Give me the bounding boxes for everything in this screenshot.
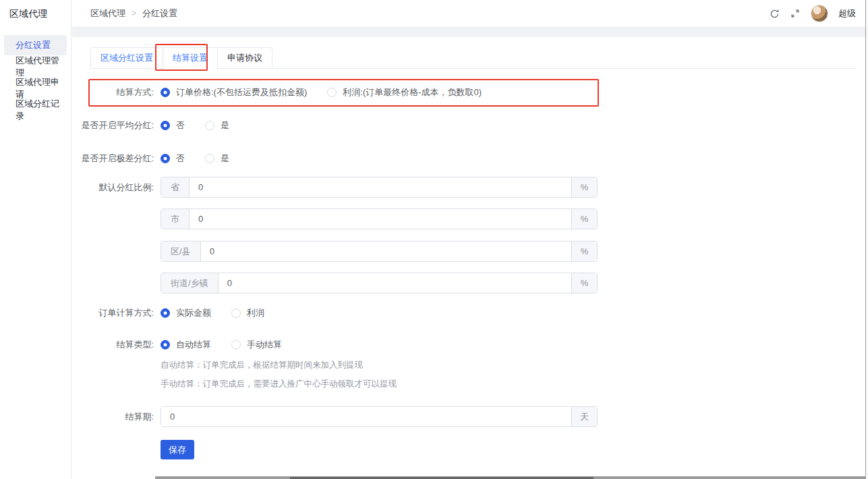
content-background-strip — [72, 28, 865, 37]
settle-type-radio-group: 自动结算 手动结算 — [161, 339, 302, 351]
form-row-ratio-district: 区/县 % — [72, 241, 814, 262]
sidebar-item-dividend-settings[interactable]: 分红设置 — [4, 35, 67, 55]
radio-label: 是 — [221, 119, 229, 132]
radio-profit[interactable]: 利润:(订单最终价格-成本，负数取0) — [327, 86, 482, 98]
form-row-ratio-province: 默认分红比例: 省 % — [72, 177, 814, 198]
radio-dot — [161, 121, 170, 130]
form-row-order-calc: 订单计算方式: 实际金额 利润 — [72, 303, 814, 323]
radio-range-yes[interactable]: 是 — [205, 152, 229, 165]
radio-dot — [205, 121, 214, 130]
sidebar: 区域代理 分红设置 区域代理管理 区域代理申请 区域分红记录 — [0, 0, 71, 479]
radio-label: 订单价格:(不包括运费及抵扣金额) — [176, 86, 307, 98]
settlement-method-radio-group: 订单价格:(不包括运费及抵扣金额) 利润:(订单最终价格-成本，负数取0) — [161, 86, 502, 98]
radio-dot — [205, 154, 214, 163]
range-dividend-label: 是否开启极差分红: — [72, 152, 154, 165]
order-calc-radio-group: 实际金额 利润 — [161, 307, 285, 319]
radio-dot — [161, 154, 170, 163]
form-row-average-dividend: 是否开启平均分红: 否 是 — [72, 115, 814, 136]
ratio-prepend-district: 区/县 — [161, 242, 201, 261]
page: 区域代理 分红设置 区域代理管理 区域代理申请 区域分红记录 区域代理 > 分红… — [0, 0, 868, 479]
ratio-input-province[interactable] — [190, 177, 571, 197]
ratio-prepend-street: 街道/乡镇 — [161, 273, 219, 293]
auto-settle-helper-text: 自动结算：订单完成后，根据结算期时间来加入到提现 — [161, 360, 363, 371]
form-row-ratio-city: 市 % — [72, 208, 814, 229]
refresh-icon[interactable] — [769, 8, 780, 19]
radio-label: 利润:(订单最终价格-成本，负数取0) — [343, 86, 482, 98]
average-dividend-radio-group: 否 是 — [161, 119, 250, 132]
settings-card: 区域分红设置 结算设置 申请协议 结算方式: 订单价格:(不包括运费及抵扣金额)… — [72, 37, 865, 476]
tab-settlement-settings[interactable]: 结算设置 — [163, 48, 217, 68]
ratio-input-group-street: 街道/乡镇 % — [161, 273, 598, 293]
radio-label: 否 — [176, 119, 185, 132]
ratio-append-percent: % — [571, 177, 597, 197]
form-row-ratio-street: 街道/乡镇 % — [72, 273, 814, 293]
settle-period-append-day: 天 — [571, 407, 597, 426]
user-name[interactable]: 超级 — [838, 7, 856, 20]
radio-dot — [161, 340, 170, 349]
form-row-settle-type: 结算类型: 自动结算 手动结算 — [72, 335, 814, 355]
radio-dot — [161, 308, 170, 318]
topbar-actions: 超级 — [769, 0, 856, 27]
radio-average-no[interactable]: 否 — [161, 119, 185, 132]
topbar: 区域代理 > 分红设置 超级 — [72, 0, 865, 27]
radio-label: 手动结算 — [247, 339, 282, 351]
manual-settle-helper-text: 手动结算：订单完成后，需要进入推广中心手动领取才可以提现 — [161, 378, 397, 390]
ratio-input-group-district: 区/县 % — [161, 241, 598, 262]
radio-label: 是 — [221, 152, 229, 165]
ratio-input-city[interactable] — [190, 209, 571, 229]
form-row-settle-period: 结算期: 天 — [72, 406, 814, 427]
ratio-append-percent: % — [571, 209, 597, 229]
save-button[interactable]: 保存 — [161, 440, 194, 459]
settle-period-input[interactable] — [161, 407, 571, 426]
settle-period-label: 结算期: — [72, 411, 154, 423]
radio-calc-profit[interactable]: 利润 — [231, 307, 264, 319]
sidebar-item-agent-management[interactable]: 区域代理管理 — [4, 57, 67, 77]
settle-type-label: 结算类型: — [72, 339, 154, 351]
radio-average-yes[interactable]: 是 — [205, 119, 229, 132]
radio-label: 否 — [176, 152, 185, 165]
vertical-scrollbar[interactable] — [865, 0, 868, 479]
tabbar: 区域分红设置 结算设置 申请协议 — [90, 47, 857, 69]
ratio-input-group-province: 省 % — [161, 177, 598, 198]
radio-dot — [327, 88, 337, 97]
avatar[interactable] — [811, 5, 828, 22]
ratio-append-percent: % — [571, 273, 597, 293]
ratio-input-street[interactable] — [219, 273, 571, 293]
radio-order-price[interactable]: 订单价格:(不包括运费及抵扣金额) — [161, 86, 307, 98]
breadcrumb-item-root[interactable]: 区域代理 — [90, 7, 125, 20]
settle-period-input-group: 天 — [161, 406, 598, 427]
form-row-settlement-method: 结算方式: 订单价格:(不包括运费及抵扣金额) 利润:(订单最终价格-成本，负数… — [72, 82, 814, 103]
radio-dot — [161, 88, 170, 97]
sidebar-item-agent-application[interactable]: 区域代理申请 — [4, 78, 67, 98]
fullscreen-icon[interactable] — [790, 8, 801, 19]
average-dividend-label: 是否开启平均分红: — [72, 119, 154, 132]
radio-manual-settle[interactable]: 手动结算 — [231, 339, 282, 351]
radio-label: 实际金额 — [176, 307, 211, 319]
breadcrumb: 区域代理 > 分红设置 — [90, 7, 177, 20]
sidebar-nav: 分红设置 区域代理管理 区域代理申请 区域分红记录 — [0, 27, 71, 120]
order-calc-label: 订单计算方式: — [72, 307, 154, 319]
sidebar-item-dividend-records[interactable]: 区域分红记录 — [4, 100, 67, 120]
tab-application-agreement[interactable]: 申请协议 — [217, 48, 272, 68]
breadcrumb-separator: > — [132, 9, 136, 18]
range-dividend-radio-group: 否 是 — [161, 152, 250, 165]
radio-range-no[interactable]: 否 — [161, 152, 185, 165]
radio-dot — [231, 308, 241, 318]
ratio-input-district[interactable] — [201, 242, 571, 261]
radio-dot — [231, 340, 241, 349]
radio-actual-amount[interactable]: 实际金额 — [161, 307, 211, 319]
ratio-prepend-province: 省 — [161, 177, 190, 197]
app-title: 区域代理 — [0, 0, 71, 27]
ratio-prepend-city: 市 — [161, 209, 190, 229]
ratio-input-group-city: 市 % — [161, 208, 598, 229]
default-ratio-label: 默认分红比例: — [72, 181, 154, 194]
radio-label: 自动结算 — [176, 339, 211, 351]
radio-auto-settle[interactable]: 自动结算 — [161, 339, 211, 351]
ratio-append-percent: % — [571, 242, 597, 261]
form-row-range-dividend: 是否开启极差分红: 否 是 — [72, 148, 814, 169]
settlement-method-label: 结算方式: — [72, 86, 154, 98]
tab-region-dividend-settings[interactable]: 区域分红设置 — [91, 48, 163, 68]
breadcrumb-item-current: 分红设置 — [142, 7, 177, 20]
radio-label: 利润 — [247, 307, 264, 319]
tab-nav: 区域分红设置 结算设置 申请协议 — [90, 47, 272, 69]
